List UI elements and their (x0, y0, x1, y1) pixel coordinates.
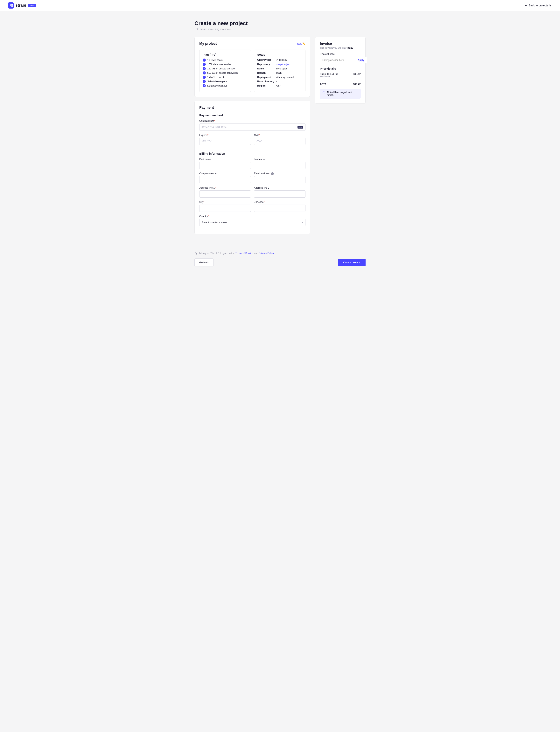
edit-link[interactable]: Edit ✏️ (297, 42, 305, 45)
setup-label: Region (257, 84, 275, 87)
content-layout: My project Edit ✏️ Plan (Pro) ✓ 10 CMS s… (194, 37, 366, 238)
company-email-row: Company name* Email address* i (199, 172, 305, 187)
plan-box: Plan (Pro) ✓ 10 CMS seats ✓ 100k databas… (199, 50, 251, 92)
required-mark: * (204, 201, 205, 203)
card-number-input[interactable] (199, 123, 305, 131)
back-arrow-icon: ↩ (525, 4, 528, 7)
address1-input[interactable] (199, 190, 251, 198)
first-name-group: First name (199, 158, 251, 169)
setup-value-basedir: / (276, 80, 277, 83)
invoice-card: Invoice This is what you will pay today … (315, 37, 366, 104)
company-name-label: Company name* (199, 172, 251, 175)
required-mark: * (215, 187, 216, 189)
feature-item: ✓ 100k database entries (203, 63, 248, 66)
card-input-wrapper: VISA (199, 123, 305, 131)
payment-method-title: Payment method (199, 114, 305, 117)
total-label: TOTAL (320, 83, 328, 86)
company-name-input[interactable] (199, 176, 251, 183)
page-title: Create a new project (194, 20, 366, 26)
feature-text: Database backups (207, 84, 227, 87)
address1-group: Address line 1* (199, 187, 251, 198)
country-select[interactable]: Select or enter a value United States Un… (199, 219, 305, 226)
project-card-title: My project (199, 42, 217, 46)
zip-input[interactable] (254, 205, 305, 212)
notice-box: ⓘ $99 will be charged next month. (320, 89, 361, 99)
check-icon: ✓ (203, 63, 206, 66)
feature-text: 1M API requests (207, 76, 225, 79)
expires-cvc-row: Expires* CVC* (199, 134, 305, 148)
setup-label: Branch (257, 72, 275, 74)
feature-list: ✓ 10 CMS seats ✓ 100k database entries ✓… (203, 59, 248, 87)
create-project-button[interactable]: Create project (338, 259, 366, 266)
city-group: City* (199, 201, 251, 212)
email-input[interactable] (254, 176, 305, 183)
zip-group: ZIP code* (254, 201, 305, 212)
card-header: My project Edit ✏️ (199, 42, 305, 46)
required-mark: * (259, 134, 260, 137)
invoice-subtitle: This is what you will pay today (320, 46, 361, 49)
right-column: Invoice This is what you will pay today … (315, 37, 366, 108)
cvc-group: CVC* (254, 134, 305, 145)
city-zip-row: City* ZIP code* (199, 201, 305, 215)
setup-box: Setup Git provider ⊙ GitHub Repository s… (254, 50, 305, 92)
expires-group: Expires* (199, 134, 251, 145)
check-icon: ✓ (203, 59, 206, 62)
required-mark: * (214, 120, 215, 122)
feature-item: ✓ Database backups (203, 84, 248, 87)
expires-input[interactable] (199, 138, 251, 145)
last-name-label: Last name (254, 158, 305, 161)
go-back-button[interactable]: Go back (194, 258, 213, 266)
setup-label: Git provider (257, 59, 275, 61)
info-circle-icon: ⓘ (323, 91, 325, 95)
main-content: Create a new project Lets create somethi… (187, 11, 373, 247)
cvc-input[interactable] (254, 138, 305, 145)
footer-buttons: Go back Create project (194, 258, 366, 266)
discount-code-input[interactable] (320, 57, 353, 63)
header: strapi CLOUD ↩ Back to projects list (0, 0, 560, 11)
terms-of-service-link[interactable]: Terms of Service (235, 252, 253, 255)
required-mark: * (264, 201, 265, 203)
address2-group: Address line 2 (254, 187, 305, 198)
payment-card: Payment Payment method Card Number* VISA… (194, 101, 310, 234)
address-row: Address line 1* Address line 2 (199, 187, 305, 201)
company-name-group: Company name* (199, 172, 251, 183)
setup-row-branch: Branch main (257, 72, 302, 74)
total-amount: $89.42 (353, 83, 361, 86)
info-icon: i (271, 172, 274, 175)
check-icon: ✓ (203, 80, 206, 83)
required-mark: * (269, 172, 270, 175)
billing-title: Billing information (199, 152, 305, 155)
first-name-input[interactable] (199, 162, 251, 169)
strapi-logo-icon (8, 2, 14, 9)
setup-value-deployment: At every commit (276, 76, 294, 79)
apply-button[interactable]: Apply (355, 57, 367, 63)
plan-title: Plan (Pro) (203, 53, 248, 56)
city-label: City* (199, 201, 251, 203)
logo: strapi CLOUD (8, 2, 36, 9)
price-item-amount: $89.42 (353, 73, 361, 78)
first-name-label: First name (199, 158, 251, 161)
logo-text: strapi (16, 3, 26, 8)
project-card: My project Edit ✏️ Plan (Pro) ✓ 10 CMS s… (194, 37, 310, 97)
setup-value: ⊙ GitHub (276, 59, 287, 61)
setup-row-basedir: Base directory / (257, 80, 302, 83)
email-label: Email address* i (254, 172, 305, 175)
github-icon: ⊙ (276, 59, 278, 61)
setup-label: Deployment (257, 76, 275, 79)
expires-label: Expires* (199, 134, 251, 137)
last-name-input[interactable] (254, 162, 305, 169)
price-item-period: This month (320, 75, 338, 78)
setup-value-repo: strapi/project (276, 63, 290, 66)
privacy-policy-link[interactable]: Privacy Policy (259, 252, 274, 255)
feature-item: ✓ 500 GB of assets bandwidth (203, 71, 248, 74)
check-icon: ✓ (203, 84, 206, 87)
city-input[interactable] (199, 205, 251, 212)
country-label: Country* (199, 215, 305, 218)
payment-section-title: Payment (199, 106, 305, 110)
pencil-icon: ✏️ (302, 42, 305, 45)
address2-input[interactable] (254, 190, 305, 198)
last-name-group: Last name (254, 158, 305, 169)
back-to-projects-link[interactable]: ↩ Back to projects list (525, 4, 552, 7)
setup-row-name: Name myproject (257, 67, 302, 70)
feature-item: ✓ 10 CMS seats (203, 59, 248, 62)
